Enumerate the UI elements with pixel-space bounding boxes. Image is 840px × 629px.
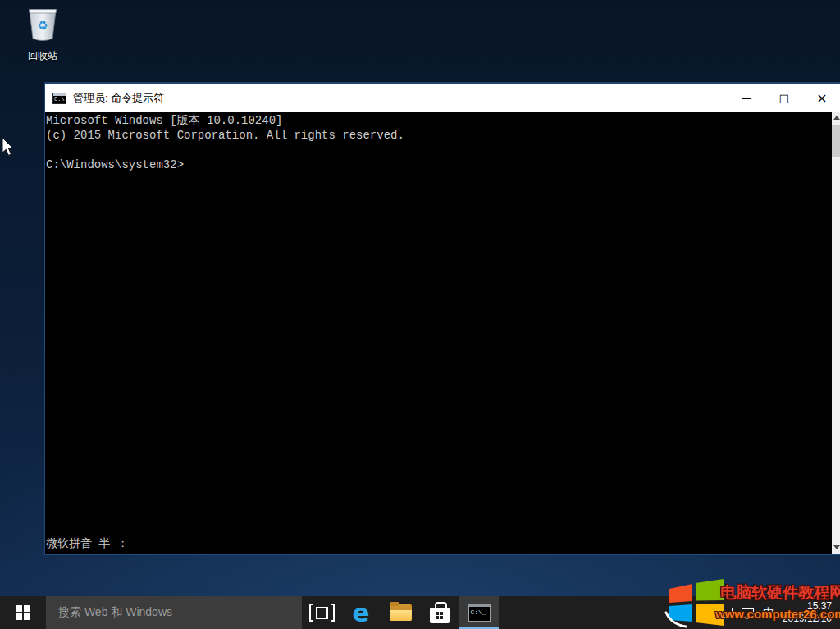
console-line: (c) 2015 Microsoft Corporation. All righ… xyxy=(46,128,829,143)
window-title: 管理员: 命令提示符 xyxy=(73,91,164,106)
ime-status-line: 微软拼音 半 ： xyxy=(46,536,129,551)
ime-mode-indicator[interactable]: 中 xyxy=(763,605,774,620)
window-titlebar[interactable]: C:\. 管理员: 命令提示符 — □ × xyxy=(45,84,840,112)
task-view-icon xyxy=(309,604,335,622)
console-line: Microsoft Windows [版本 10.0.10240] xyxy=(46,113,829,128)
mouse-cursor xyxy=(2,137,16,160)
taskbar-icons: e C:\_ xyxy=(302,596,499,629)
touch-keyboard-icon[interactable] xyxy=(718,608,733,618)
system-tray: 中 15:37 2019/12/10 xyxy=(718,596,832,629)
taskbar: 搜索 Web 和 Windows e C:\_ xyxy=(0,596,840,629)
task-view-button[interactable] xyxy=(302,596,341,629)
recycle-bin[interactable]: ♻ 回收站 xyxy=(11,5,74,63)
start-button[interactable] xyxy=(0,596,46,629)
recycle-bin-icon: ♻ xyxy=(24,5,62,48)
close-button[interactable]: × xyxy=(803,84,840,112)
scrollbar-thumb[interactable] xyxy=(832,125,840,157)
clock-date: 2019/12/10 xyxy=(783,613,832,625)
search-placeholder: 搜索 Web 和 Windows xyxy=(58,605,172,620)
scroll-down-icon[interactable] xyxy=(832,541,840,554)
cmd-taskbar-button[interactable]: C:\_ xyxy=(459,596,499,629)
window-controls: — □ × xyxy=(728,84,840,112)
minimize-button[interactable]: — xyxy=(728,84,765,112)
store-icon xyxy=(430,608,450,623)
console-prompt-line: C:\Windows\system32> xyxy=(46,157,829,172)
taskbar-search-input[interactable]: 搜索 Web 和 Windows xyxy=(46,596,302,629)
network-icon[interactable] xyxy=(742,608,754,618)
edge-icon: e xyxy=(352,600,369,626)
cmd-icon: C:\. xyxy=(52,93,66,104)
command-prompt-window: C:\. 管理员: 命令提示符 — □ × Microsoft Windows … xyxy=(44,82,840,555)
file-explorer-icon xyxy=(390,604,412,621)
clock-time: 15:37 xyxy=(783,600,832,613)
recycle-bin-label: 回收站 xyxy=(11,49,74,63)
windows-logo-icon xyxy=(16,605,30,620)
svg-text:♻: ♻ xyxy=(37,18,48,33)
file-explorer-button[interactable] xyxy=(381,596,420,629)
console-output[interactable]: Microsoft Windows [版本 10.0.10240] (c) 20… xyxy=(45,112,840,554)
cmd-taskbar-icon: C:\_ xyxy=(468,604,491,622)
console-scrollbar[interactable] xyxy=(832,112,840,554)
console-line xyxy=(46,143,829,157)
desktop: ♻ 回收站 C:\. 管理员: 命令提示符 — □ × Microsoft Wi… xyxy=(0,0,840,629)
clock[interactable]: 15:37 2019/12/10 xyxy=(783,600,832,625)
edge-button[interactable]: e xyxy=(341,596,381,629)
store-button[interactable] xyxy=(420,596,459,629)
scroll-up-icon[interactable] xyxy=(832,112,840,124)
maximize-button[interactable]: □ xyxy=(765,84,803,112)
